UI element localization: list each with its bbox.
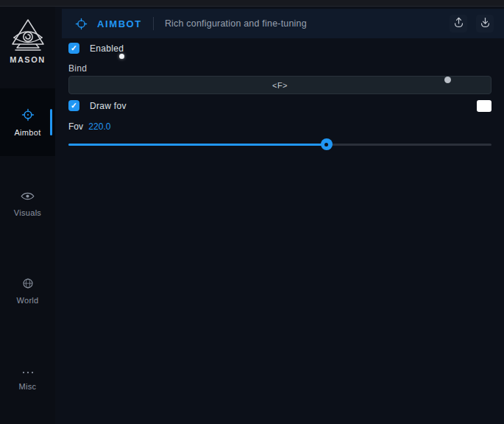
active-tab-indicator (50, 109, 52, 135)
fov-label: Fov (68, 121, 83, 132)
eye-icon (21, 191, 35, 205)
page-header: AIMBOT Rich configuration and fine-tunin… (62, 9, 504, 38)
sidebar-item-label: Visuals (14, 208, 41, 217)
sidebar-item-label: Aimbot (14, 128, 40, 137)
enabled-label: Enabled (90, 43, 124, 54)
sidebar-item-label: World (16, 296, 38, 305)
window-top-strip (0, 0, 504, 7)
page-title: AIMBOT (97, 18, 142, 29)
particle-dot (444, 77, 451, 83)
sidebar-item-aimbot[interactable]: Aimbot (0, 88, 55, 156)
mason-eye-pyramid-icon (10, 18, 46, 52)
fov-slider-thumb[interactable] (321, 138, 333, 150)
app-name: MASON (10, 55, 45, 64)
bind-label: Bind (68, 63, 87, 74)
crosshair-icon (21, 108, 35, 124)
sidebar-item-misc[interactable]: Misc (0, 348, 55, 407)
sidebar-item-visuals[interactable]: Visuals (0, 174, 55, 233)
sidebar-item-label: Misc (19, 382, 37, 391)
bind-key-value: <F> (272, 81, 288, 90)
fov-value: 220.0 (88, 121, 110, 132)
sidebar-item-world[interactable]: World (0, 261, 55, 320)
crosshair-icon (75, 18, 88, 30)
mason-menu-window: MASON Aimbot Visuals (0, 0, 504, 424)
draw-fov-label: Draw fov (90, 101, 127, 111)
header-actions (450, 15, 494, 32)
sidebar: MASON Aimbot Visuals (0, 7, 55, 424)
fov-slider[interactable] (68, 138, 491, 151)
page-subtitle: Rich configuration and fine-tuning (165, 18, 307, 29)
header-divider (153, 17, 154, 30)
upload-icon (452, 16, 465, 31)
enabled-row: Enabled (68, 43, 124, 54)
fov-slider-fill (68, 144, 327, 146)
export-config-button[interactable] (450, 15, 467, 32)
draw-fov-checkbox[interactable] (68, 100, 79, 111)
draw-fov-row: Draw fov (68, 100, 127, 111)
fov-color-swatch[interactable] (477, 100, 491, 112)
ellipsis-icon (21, 365, 35, 378)
app-logo: MASON (0, 18, 55, 64)
cursor-dot (119, 54, 124, 59)
main-panel: AIMBOT Rich configuration and fine-tunin… (55, 7, 504, 424)
download-icon (479, 16, 491, 31)
bind-key-input[interactable]: <F> (68, 76, 491, 94)
import-config-button[interactable] (476, 15, 494, 32)
enabled-checkbox[interactable] (68, 43, 79, 54)
fov-label-row: Fov 220.0 (68, 121, 110, 132)
globe-icon (22, 278, 34, 292)
